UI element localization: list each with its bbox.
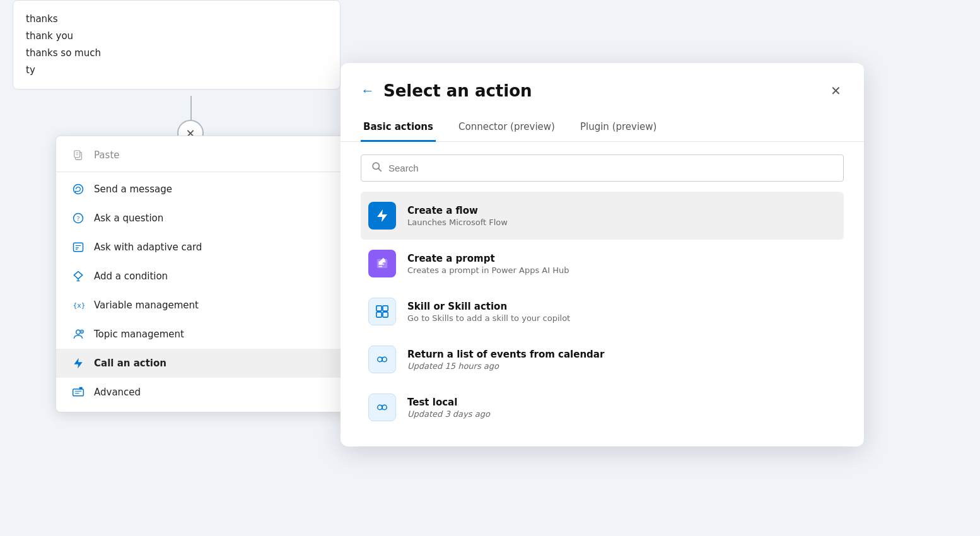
test-local-text: Test local Updated 3 days ago — [407, 397, 490, 419]
skill-action-text: Skill or Skill action Go to Skills to ad… — [407, 301, 570, 323]
ask-adaptive-card-label: Ask with adaptive card — [94, 242, 355, 253]
calendar-events-text: Return a list of events from calendar Up… — [407, 349, 604, 371]
action-item-create-prompt[interactable]: Create a prompt Creates a prompt in Powe… — [361, 240, 844, 288]
create-flow-text: Create a flow Launches Microsoft Flow — [407, 205, 508, 227]
action-item-skill-action[interactable]: Skill or Skill action Go to Skills to ad… — [361, 288, 844, 335]
topic-management-icon — [71, 328, 85, 341]
advanced-label: Advanced — [94, 387, 342, 398]
search-input[interactable] — [388, 163, 833, 173]
menu-item-add-condition[interactable]: Add a condition — [56, 262, 370, 291]
call-action-icon — [71, 357, 85, 370]
phrase-1: thanks — [26, 11, 327, 28]
paste-icon — [71, 149, 85, 161]
back-button[interactable]: ← — [361, 83, 375, 99]
menu-item-variable-management[interactable]: {x} Variable management › — [56, 291, 370, 320]
create-prompt-desc: Creates a prompt in Power Apps AI Hub — [407, 265, 569, 275]
svg-rect-27 — [383, 306, 388, 311]
svg-point-33 — [382, 405, 387, 409]
svg-line-21 — [378, 168, 381, 171]
search-box[interactable] — [361, 154, 844, 182]
svg-point-14 — [76, 330, 81, 334]
create-flow-name: Create a flow — [407, 205, 508, 216]
action-item-test-local[interactable]: Test local Updated 3 days ago — [361, 383, 844, 431]
calendar-events-name: Return a list of events from calendar — [407, 349, 604, 360]
search-icon — [371, 161, 382, 175]
context-menu: Paste Send a message ? Ask a question — [55, 136, 371, 412]
action-item-create-flow[interactable]: Create a flow Launches Microsoft Flow — [361, 192, 844, 240]
calendar-events-icon — [368, 346, 396, 373]
menu-item-advanced[interactable]: Advanced › — [56, 378, 370, 407]
ask-question-label: Ask a question — [94, 213, 355, 224]
svg-rect-10 — [76, 249, 78, 250]
panel-title: Select an action — [383, 81, 532, 100]
phrase-3: thanks so much — [26, 45, 327, 62]
svg-rect-28 — [376, 312, 382, 317]
menu-divider-1 — [56, 172, 370, 172]
search-area — [341, 142, 864, 192]
test-local-name: Test local — [407, 397, 490, 408]
close-panel-button[interactable]: ✕ — [828, 81, 844, 101]
create-flow-desc: Launches Microsoft Flow — [407, 218, 508, 227]
svg-rect-26 — [376, 306, 382, 311]
skill-action-icon — [368, 298, 396, 325]
svg-rect-7 — [74, 243, 83, 251]
skill-action-name: Skill or Skill action — [407, 301, 570, 312]
calendar-events-desc: Updated 15 hours ago — [407, 361, 604, 371]
menu-item-call-action[interactable]: Call an action › — [56, 349, 370, 378]
test-local-desc: Updated 3 days ago — [407, 409, 490, 419]
menu-item-paste[interactable]: Paste — [56, 141, 370, 169]
test-local-icon — [368, 393, 396, 421]
svg-rect-29 — [383, 312, 388, 317]
menu-item-send-message[interactable]: Send a message — [56, 175, 370, 204]
add-condition-icon — [71, 270, 85, 283]
advanced-icon — [71, 386, 85, 399]
call-action-label: Call an action — [94, 358, 342, 369]
svg-point-32 — [378, 405, 382, 409]
svg-rect-19 — [79, 387, 83, 390]
send-message-label: Send a message — [94, 184, 355, 195]
menu-item-ask-adaptive-card[interactable]: Ask with adaptive card — [56, 233, 370, 262]
menu-item-topic-management[interactable]: Topic management › — [56, 320, 370, 349]
svg-rect-16 — [73, 389, 84, 396]
paste-label: Paste — [94, 149, 355, 161]
variable-management-label: Variable management — [94, 300, 342, 311]
phrase-4: ty — [26, 62, 327, 79]
svg-rect-1 — [74, 151, 80, 158]
svg-text:{x}: {x} — [73, 301, 85, 310]
tab-connector-preview[interactable]: Connector (preview) — [456, 114, 557, 142]
panel-header: ← Select an action ✕ — [341, 63, 864, 101]
trigger-node: thanks thank you thanks so much ty — [13, 0, 341, 90]
tab-plugin-preview[interactable]: Plugin (preview) — [578, 114, 660, 142]
action-item-calendar-events[interactable]: Return a list of events from calendar Up… — [361, 335, 844, 383]
ask-question-icon: ? — [71, 212, 85, 224]
svg-point-31 — [382, 357, 387, 361]
svg-point-4 — [74, 185, 83, 194]
send-message-icon — [71, 183, 85, 195]
adaptive-card-icon — [71, 241, 85, 253]
create-prompt-text: Create a prompt Creates a prompt in Powe… — [407, 253, 569, 275]
create-flow-icon — [368, 202, 396, 230]
action-list: Create a flow Launches Microsoft Flow Cr… — [341, 192, 864, 446]
skill-action-desc: Go to Skills to add a skill to your copi… — [407, 313, 570, 323]
panel-tabs: Basic actions Connector (preview) Plugin… — [341, 114, 864, 142]
create-prompt-icon — [368, 250, 396, 277]
phrase-2: thank you — [26, 28, 327, 45]
panel-header-left: ← Select an action — [361, 81, 532, 100]
add-condition-label: Add a condition — [94, 271, 355, 282]
action-panel: ← Select an action ✕ Basic actions Conne… — [341, 63, 864, 446]
svg-point-30 — [378, 357, 382, 361]
create-prompt-name: Create a prompt — [407, 253, 569, 264]
variable-management-icon: {x} — [71, 299, 85, 312]
menu-item-ask-question[interactable]: ? Ask a question — [56, 204, 370, 233]
topic-management-label: Topic management — [94, 329, 342, 340]
tab-basic-actions[interactable]: Basic actions — [361, 114, 436, 142]
svg-text:?: ? — [77, 214, 80, 222]
